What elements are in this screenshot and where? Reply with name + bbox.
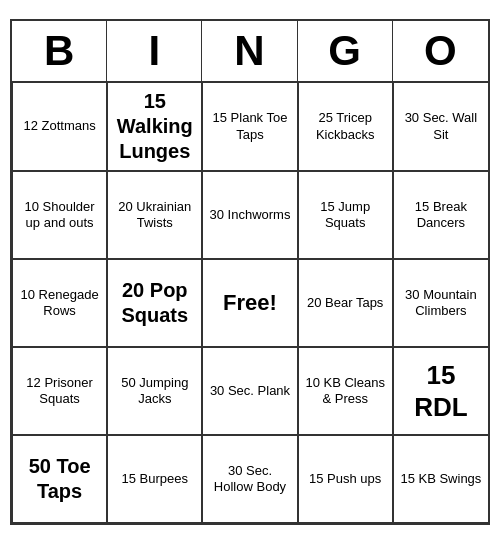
bingo-cell-3: 25 Tricep Kickbacks	[298, 83, 393, 171]
bingo-cell-18: 10 KB Cleans & Press	[298, 347, 393, 435]
bingo-header: BINGO	[12, 21, 488, 83]
bingo-cell-20: 50 Toe Taps	[12, 435, 107, 523]
header-letter: B	[12, 21, 107, 81]
bingo-cell-2: 15 Plank Toe Taps	[202, 83, 297, 171]
bingo-cell-0: 12 Zottmans	[12, 83, 107, 171]
bingo-cell-17: 30 Sec. Plank	[202, 347, 297, 435]
bingo-cell-1: 15 Walking Lunges	[107, 83, 202, 171]
bingo-cell-12: Free!	[202, 259, 297, 347]
bingo-cell-7: 30 Inchworms	[202, 171, 297, 259]
bingo-cell-10: 10 Renegade Rows	[12, 259, 107, 347]
bingo-card: BINGO 12 Zottmans15 Walking Lunges15 Pla…	[10, 19, 490, 525]
bingo-cell-21: 15 Burpees	[107, 435, 202, 523]
bingo-cell-14: 30 Mountain Climbers	[393, 259, 488, 347]
bingo-grid: 12 Zottmans15 Walking Lunges15 Plank Toe…	[12, 83, 488, 523]
header-letter: G	[298, 21, 393, 81]
bingo-cell-16: 50 Jumping Jacks	[107, 347, 202, 435]
bingo-cell-8: 15 Jump Squats	[298, 171, 393, 259]
bingo-cell-4: 30 Sec. Wall Sit	[393, 83, 488, 171]
bingo-cell-24: 15 KB Swings	[393, 435, 488, 523]
bingo-cell-11: 20 Pop Squats	[107, 259, 202, 347]
bingo-cell-19: 15 RDL	[393, 347, 488, 435]
header-letter: N	[202, 21, 297, 81]
header-letter: O	[393, 21, 488, 81]
bingo-cell-13: 20 Bear Taps	[298, 259, 393, 347]
bingo-cell-23: 15 Push ups	[298, 435, 393, 523]
header-letter: I	[107, 21, 202, 81]
bingo-cell-9: 15 Break Dancers	[393, 171, 488, 259]
bingo-cell-5: 10 Shoulder up and outs	[12, 171, 107, 259]
bingo-cell-15: 12 Prisoner Squats	[12, 347, 107, 435]
bingo-cell-6: 20 Ukrainian Twists	[107, 171, 202, 259]
bingo-cell-22: 30 Sec. Hollow Body	[202, 435, 297, 523]
